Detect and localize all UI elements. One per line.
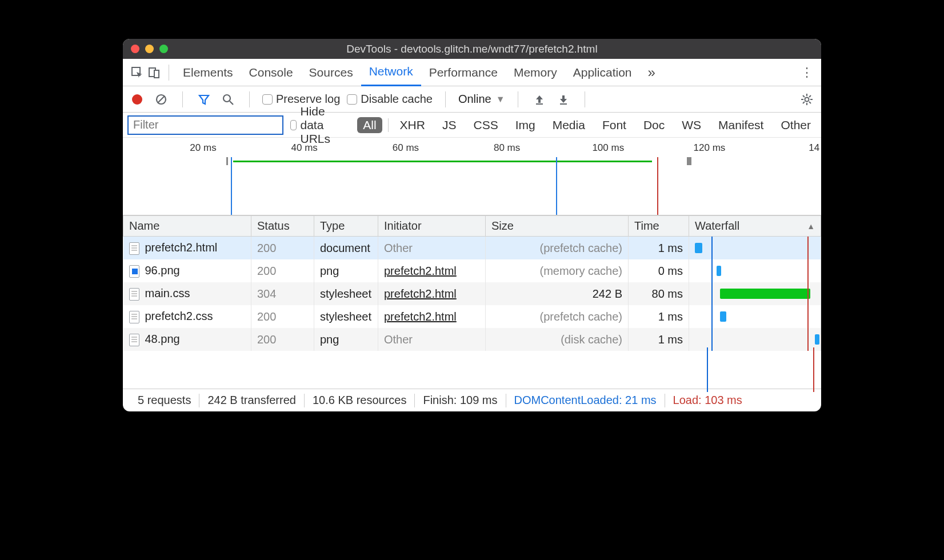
upload-har-icon[interactable] [531, 91, 548, 108]
close-window-button[interactable] [131, 45, 139, 53]
table-row[interactable]: 48.png200pngOther(disk cache)1 ms [123, 328, 821, 351]
filter-type-xhr[interactable]: XHR [394, 117, 431, 133]
devtools-window: DevTools - devtools.glitch.me/wndt77/pre… [123, 39, 821, 411]
status-transferred: 242 B transferred [199, 394, 304, 407]
throttling-select[interactable]: Online ▼ [458, 93, 505, 106]
cell-initiator: prefetch2.html [378, 259, 486, 282]
document-file-icon [129, 242, 139, 255]
waterfall-bar [717, 266, 721, 276]
filter-type-other[interactable]: Other [775, 117, 817, 133]
separator [518, 91, 518, 107]
waterfall-load-line [807, 328, 809, 351]
tab-application[interactable]: Application [565, 59, 640, 86]
document-file-icon [129, 311, 139, 323]
svg-rect-7 [536, 103, 543, 105]
filter-type-css[interactable]: CSS [467, 117, 503, 133]
separator [169, 65, 169, 81]
overflow-tabs-button[interactable]: » [639, 59, 663, 86]
col-name[interactable]: Name [123, 216, 251, 237]
table-row[interactable]: main.css304stylesheetprefetch2.html242 B… [123, 282, 821, 305]
svg-line-6 [230, 101, 233, 105]
filter-type-media[interactable]: Media [547, 117, 591, 133]
tab-sources[interactable]: Sources [301, 59, 361, 86]
col-status[interactable]: Status [251, 216, 314, 237]
waterfall-bar [695, 243, 702, 253]
cell-name: 96.png [123, 259, 251, 282]
separator [249, 91, 250, 107]
filter-type-js[interactable]: JS [437, 117, 462, 133]
col-time[interactable]: Time [629, 216, 689, 237]
device-toolbar-icon[interactable] [146, 64, 163, 81]
waterfall-dcl-line [711, 259, 713, 282]
traffic-lights [131, 45, 168, 53]
document-file-icon [129, 334, 139, 346]
minimize-window-button[interactable] [145, 45, 154, 53]
timeline-tick: 60 ms [393, 142, 419, 154]
throttling-value: Online [458, 93, 491, 106]
selection-handle-left[interactable] [226, 157, 228, 165]
svg-rect-2 [154, 70, 159, 78]
waterfall-bar [720, 289, 810, 299]
filter-type-img[interactable]: Img [510, 117, 541, 133]
file-name: main.css [145, 287, 190, 299]
col-waterfall[interactable]: Waterfall [689, 216, 821, 237]
tab-memory[interactable]: Memory [506, 59, 565, 86]
download-har-icon[interactable] [555, 91, 572, 108]
clear-button[interactable] [153, 91, 170, 108]
tab-network[interactable]: Network [361, 59, 421, 86]
status-load: Load: 103 ms [665, 394, 750, 407]
tab-elements[interactable]: Elements [175, 59, 241, 86]
col-size[interactable]: Size [486, 216, 629, 237]
panel-tabs: ElementsConsoleSourcesNetworkPerformance… [123, 59, 821, 86]
table-row[interactable]: 96.png200pngprefetch2.html(memory cache)… [123, 259, 821, 282]
status-requests: 5 requests [130, 394, 199, 407]
filter-toggle-icon[interactable] [195, 91, 213, 108]
svg-rect-8 [560, 103, 567, 105]
selection-handle-right[interactable] [687, 157, 691, 165]
settings-gear-icon[interactable] [798, 91, 815, 108]
initiator-link[interactable]: prefetch2.html [384, 265, 457, 277]
cell-status: 200 [251, 237, 314, 260]
checkbox-icon [347, 94, 357, 105]
search-icon[interactable] [219, 91, 237, 108]
col-initiator[interactable]: Initiator [378, 216, 486, 237]
filter-input[interactable] [127, 115, 283, 135]
kebab-menu-icon[interactable]: ⋮ [798, 64, 815, 81]
filter-type-doc[interactable]: Doc [638, 117, 670, 133]
filter-type-manifest[interactable]: Manifest [713, 117, 769, 133]
cell-name: 48.png [123, 328, 251, 351]
record-button[interactable] [129, 91, 146, 108]
filter-type-all[interactable]: All [357, 117, 382, 133]
timeline-tick: 120 ms [694, 142, 726, 154]
zoom-window-button[interactable] [159, 45, 168, 53]
col-type[interactable]: Type [314, 216, 378, 237]
table-empty-area [123, 351, 821, 389]
cell-type: png [314, 328, 378, 351]
separator [182, 91, 183, 107]
overview-request-bar [233, 161, 652, 162]
disable-cache-checkbox[interactable]: Disable cache [347, 93, 433, 106]
cell-initiator: prefetch2.html [378, 282, 486, 305]
tab-console[interactable]: Console [241, 59, 301, 86]
timeline-tick: 80 ms [494, 142, 520, 154]
file-name: prefetch2.css [145, 310, 213, 322]
cell-name: prefetch2.html [123, 237, 251, 260]
waterfall-bar [815, 334, 819, 345]
table-row[interactable]: prefetch2.html200documentOther(prefetch … [123, 237, 821, 260]
separator [445, 91, 446, 107]
inspect-element-icon[interactable] [129, 64, 146, 81]
table-row[interactable]: prefetch2.css200stylesheetprefetch2.html… [123, 305, 821, 328]
separator [585, 91, 585, 107]
timeline-overview[interactable]: 20 ms40 ms60 ms80 ms100 ms120 ms14 [123, 138, 821, 215]
tab-performance[interactable]: Performance [421, 59, 506, 86]
filter-type-ws[interactable]: WS [676, 117, 707, 133]
waterfall-dcl-line [711, 305, 713, 328]
initiator-link[interactable]: prefetch2.html [384, 287, 457, 300]
waterfall-load-line [807, 259, 809, 282]
svg-point-5 [223, 95, 230, 102]
cell-status: 200 [251, 259, 314, 282]
cell-size: (memory cache) [486, 259, 629, 282]
initiator-link[interactable]: prefetch2.html [384, 310, 457, 323]
filter-type-font[interactable]: Font [597, 117, 632, 133]
cell-time: 1 ms [629, 328, 689, 351]
